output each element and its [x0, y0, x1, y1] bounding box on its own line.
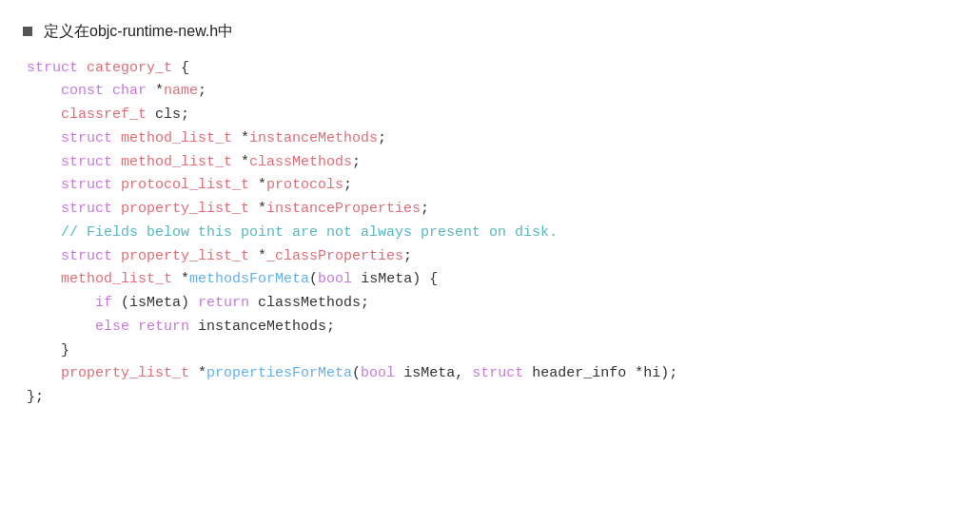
code-line-field-cls: classref_t cls; [27, 104, 957, 127]
code-line-struct-open: struct category_t { [27, 57, 957, 81]
code-line-field-instance-methods: struct method_list_t *instanceMethods; [27, 127, 957, 151]
code-line-method-for-meta-sig: method_list_t *methodsForMeta(bool isMet… [27, 268, 957, 292]
header-line: 定义在objc-runtime-new.h中 [23, 19, 957, 44]
code-line-if-stmt: if (isMeta) return classMethods; [27, 292, 957, 316]
code-line-field-class-methods: struct method_list_t *classMethods; [27, 151, 957, 175]
code-line-else-stmt: else return instanceMethods; [27, 316, 957, 339]
code-line-comment-fields: // Fields below this point are not alway… [27, 222, 957, 245]
code-line-field-name: const char *name; [27, 80, 957, 104]
code-line-field-class-props: struct property_list_t *_classProperties… [27, 245, 957, 269]
code-line-field-instance-props: struct property_list_t *instanceProperti… [27, 198, 957, 222]
code-line-field-protocols: struct protocol_list_t *protocols; [27, 174, 957, 198]
code-line-struct-close: }; [27, 386, 957, 410]
header-text: 定义在objc-runtime-new.h中 [44, 19, 233, 44]
bullet-icon [23, 27, 32, 36]
main-container: 定义在objc-runtime-new.h中 struct category_t… [0, 0, 980, 523]
code-line-prop-for-meta-sig: property_list_t *propertiesForMeta(bool … [27, 362, 957, 386]
code-line-method-close: } [27, 339, 957, 363]
code-block: struct category_t { const char *name; cl… [23, 57, 957, 410]
